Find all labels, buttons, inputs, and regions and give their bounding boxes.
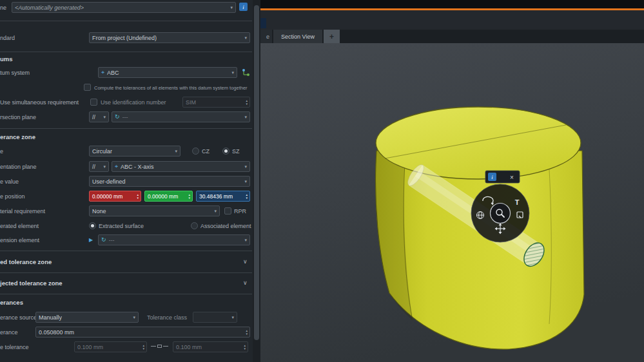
sim-input[interactable]: SIM ▴ ▾ — [182, 97, 250, 108]
spinner[interactable]: ▴ ▾ — [186, 193, 192, 200]
spinner[interactable]: ▴ ▾ — [135, 193, 141, 200]
dimension-value: --- — [109, 237, 115, 243]
orientation-plane-select[interactable]: ⌖ ABC - X-axis ▾ — [112, 161, 250, 172]
chevron-down-icon: ▾ — [244, 35, 247, 41]
orientation-value: ABC - X-axis — [121, 164, 154, 170]
separator — [0, 21, 252, 21]
position-y-value: 0.00000 mm — [148, 193, 178, 200]
value-select[interactable]: User-defined ▾ — [89, 176, 250, 187]
tolerances-section-title: erances — [0, 299, 23, 306]
chevron-down-icon[interactable]: ∨ — [243, 280, 248, 286]
selection-toolbar: i × — [485, 171, 520, 183]
spinner[interactable]: ▴ ▾ — [242, 344, 248, 350]
spin-down-icon[interactable]: ▾ — [188, 196, 190, 200]
identification-label: Use identification number — [101, 99, 166, 106]
tolerance-zone-section-title: erance zone — [0, 133, 35, 140]
link-line — [151, 346, 156, 347]
scrollbar-thumb[interactable] — [254, 5, 259, 340]
tab-section-view[interactable]: Section View — [273, 30, 322, 43]
info-icon[interactable]: i — [239, 3, 248, 11]
spinner[interactable]: ▴ ▾ — [244, 329, 249, 336]
sz-radio[interactable] — [222, 148, 229, 155]
name-select[interactable]: <Automatically generated> ▾ — [12, 2, 236, 13]
spin-down-icon[interactable]: ▾ — [244, 347, 246, 350]
spin-down-icon[interactable]: ▾ — [246, 196, 248, 200]
tab-section-view-label: Section View — [281, 33, 315, 40]
chevron-down-icon: ▾ — [103, 164, 106, 169]
material-requirement-label: terial requirement — [0, 208, 45, 214]
sim-value: SIM — [186, 99, 196, 106]
nav-widget[interactable]: T — [471, 184, 529, 242]
spinner[interactable]: ▴ ▾ — [244, 193, 249, 200]
link-line — [163, 346, 168, 347]
viewport-titlebar — [260, 0, 644, 8]
tolerance-class-select[interactable]: ▾ — [193, 312, 237, 323]
size-tolerance-upper-input[interactable]: 0.100 mm ▴ ▾ — [173, 341, 248, 352]
position-z-input[interactable]: 30.48436 mm ▴ ▾ — [196, 191, 250, 202]
rpr-checkbox[interactable] — [224, 207, 231, 214]
part-top-face[interactable] — [376, 107, 581, 179]
close-icon[interactable]: × — [510, 174, 514, 181]
spinner[interactable]: ▴ ▾ — [141, 344, 146, 350]
compute-together-label: Compute the tolerances of all elements w… — [94, 85, 248, 91]
shape-select[interactable]: Circular ▾ — [89, 146, 181, 157]
spin-down-icon[interactable]: ▾ — [246, 102, 248, 106]
orientation-symbol-select[interactable]: // ▾ — [89, 161, 109, 172]
extracted-surface-radio[interactable] — [89, 222, 96, 229]
add-tab-button[interactable]: + — [324, 30, 340, 43]
position-x-input[interactable]: 0.00000 mm ▴ ▾ — [89, 191, 141, 202]
spin-down-icon[interactable]: ▾ — [142, 347, 144, 350]
text-icon[interactable]: T — [515, 198, 520, 206]
dimension-element-select[interactable]: ↻ --- ▾ — [98, 234, 250, 245]
viewport-tab-bar: e Section View + — [260, 30, 644, 43]
combined-zone-section-title: ed tolerance zone — [0, 258, 52, 265]
separator — [0, 272, 252, 273]
orientation-plane-label: entation plane — [0, 164, 37, 170]
tolerance-label: erance — [0, 329, 18, 336]
chevron-down-icon: ▾ — [103, 115, 106, 120]
expand-arrow-icon[interactable]: ▶ — [89, 237, 93, 243]
datum-system-value: ABC — [107, 70, 119, 76]
chevron-down-icon: ▾ — [175, 149, 177, 154]
tolerance-source-value: Manually — [39, 314, 62, 321]
standard-select[interactable]: From project (Undefined) ▾ — [89, 32, 250, 43]
position-y-input[interactable]: 0.00000 mm ▴ ▾ — [144, 191, 193, 202]
datum-tree-button[interactable] — [240, 67, 251, 77]
intersection-element-select[interactable]: ↻ --- ▾ — [112, 111, 250, 122]
material-requirement-select[interactable]: None ▾ — [89, 205, 220, 216]
simultaneous-label: Use simultaneous requirement — [0, 99, 79, 106]
tab-partial[interactable]: e — [260, 30, 272, 43]
identification-checkbox[interactable] — [90, 99, 97, 106]
link-tolerances-icon[interactable] — [151, 345, 168, 348]
application-window: ne <Automatically generated> ▾ i ndard F… — [0, 0, 644, 362]
spin-down-icon[interactable]: ▾ — [246, 332, 248, 336]
spinner[interactable]: ▴ ▾ — [244, 99, 249, 106]
size-tolerance-lower-input[interactable]: 0.100 mm ▴ ▾ — [74, 341, 147, 352]
chevron-down-icon: ▾ — [231, 315, 234, 320]
spin-down-icon[interactable]: ▾ — [137, 196, 139, 200]
tolerance-settings-panel: ne <Automatically generated> ▾ i ndard F… — [0, 0, 253, 362]
datum-system-select[interactable]: ⌖ ABC ▾ — [98, 67, 237, 78]
separator — [0, 294, 252, 294]
parallel-icon: // — [92, 164, 95, 170]
zoom-icon[interactable] — [491, 204, 511, 224]
chevron-down-icon[interactable]: ∨ — [243, 258, 248, 265]
associated-element-radio[interactable] — [191, 222, 198, 229]
datum-icon: ⌖ — [115, 164, 118, 169]
panel-scrollbar[interactable] — [253, 0, 260, 362]
3d-viewport[interactable]: i × T — [260, 43, 644, 362]
size-tolerance-lower-value: 0.100 mm — [77, 344, 103, 350]
intersection-symbol-select[interactable]: // ▾ — [89, 111, 109, 122]
compute-together-checkbox[interactable] — [84, 84, 91, 91]
cz-radio[interactable] — [192, 148, 199, 155]
tolerance-input[interactable]: 0.050800 mm ▴ ▾ — [35, 327, 250, 338]
sz-label: SZ — [232, 148, 240, 155]
tolerance-class-label: Tolerance class — [147, 314, 187, 321]
chevron-down-icon: ▾ — [244, 179, 247, 184]
extracted-surface-label: Extracted surface — [99, 223, 144, 229]
element-icon: ↻ — [101, 237, 106, 243]
tolerance-source-select[interactable]: Manually ▾ — [35, 312, 139, 323]
tolerated-element-label: erated element — [0, 223, 39, 229]
datums-section-title: ums — [0, 55, 13, 62]
associated-element-label: Associated element — [200, 223, 251, 229]
